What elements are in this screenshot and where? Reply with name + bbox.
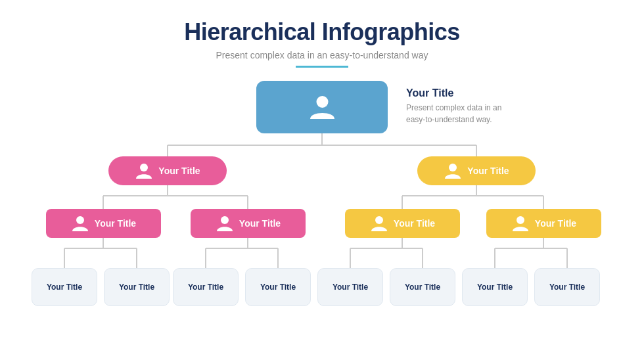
l3-node-3[interactable]: Your Title	[173, 268, 239, 306]
l3-node-1[interactable]: Your Title	[32, 268, 97, 306]
root-description-text: Present complex data in an easy-to-under…	[406, 102, 511, 125]
l2-3-person-icon	[370, 214, 388, 233]
l3-node-6[interactable]: Your Title	[390, 268, 455, 306]
l2-node-1[interactable]: Your Title	[46, 209, 161, 238]
root-person-icon	[308, 93, 337, 122]
svg-point-35	[517, 216, 524, 224]
l2-1-label: Your Title	[95, 218, 136, 229]
page: Hierarchical Infographics Present comple…	[0, 0, 644, 362]
l1-right-label: Your Title	[467, 166, 509, 176]
l2-3-label: Your Title	[394, 218, 435, 229]
l2-4-label: Your Title	[535, 218, 576, 229]
root-description: Your Title Present complex data in an ea…	[406, 87, 511, 125]
l3-node-7[interactable]: Your Title	[462, 268, 528, 306]
l2-node-4[interactable]: Your Title	[486, 209, 601, 238]
l3-2-label: Your Title	[119, 283, 154, 292]
page-title: Hierarchical Infographics	[184, 18, 460, 46]
l1-right-node[interactable]: Your Title	[417, 156, 536, 185]
l2-node-2[interactable]: Your Title	[191, 209, 306, 238]
l3-node-2[interactable]: Your Title	[104, 268, 170, 306]
l2-2-person-icon	[216, 214, 234, 233]
l3-8-label: Your Title	[549, 283, 585, 292]
l2-4-person-icon	[511, 214, 530, 233]
l3-node-8[interactable]: Your Title	[534, 268, 600, 306]
l3-6-label: Your Title	[405, 283, 440, 292]
hierarchy-chart: Your Title Present complex data in an ea…	[13, 74, 631, 362]
svg-point-31	[449, 164, 457, 171]
svg-point-32	[76, 216, 84, 224]
l3-7-label: Your Title	[477, 283, 513, 292]
svg-point-30	[140, 164, 148, 171]
l1-left-node[interactable]: Your Title	[108, 156, 227, 185]
l2-2-label: Your Title	[239, 218, 281, 229]
l3-1-label: Your Title	[47, 283, 82, 292]
root-description-title: Your Title	[406, 87, 511, 99]
page-subtitle: Present complex data in an easy-to-under…	[184, 50, 460, 60]
l3-node-5[interactable]: Your Title	[317, 268, 383, 306]
l2-1-person-icon	[71, 214, 89, 233]
l2-node-3[interactable]: Your Title	[345, 209, 460, 238]
l3-3-label: Your Title	[188, 283, 223, 292]
svg-point-34	[375, 216, 383, 224]
l1-left-label: Your Title	[158, 166, 200, 176]
l3-5-label: Your Title	[333, 283, 368, 292]
header-underline	[296, 66, 348, 68]
svg-point-29	[316, 96, 328, 108]
l3-4-label: Your Title	[260, 283, 296, 292]
l1-right-person-icon	[444, 162, 462, 180]
l1-left-person-icon	[135, 162, 153, 180]
root-node[interactable]	[256, 81, 388, 133]
header: Hierarchical Infographics Present comple…	[184, 0, 460, 68]
l3-node-4[interactable]: Your Title	[245, 268, 311, 306]
svg-point-33	[221, 216, 229, 224]
